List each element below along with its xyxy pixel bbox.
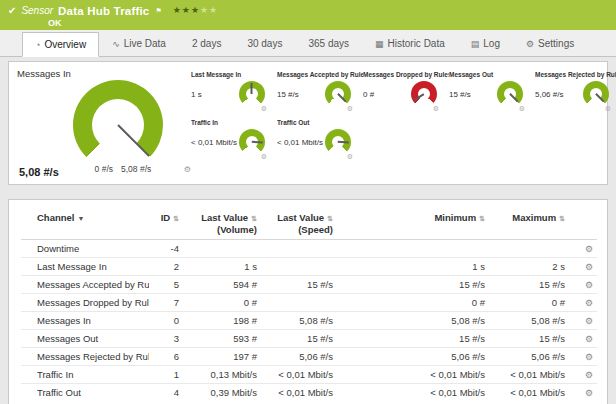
tab-label: 30 days bbox=[247, 38, 282, 49]
priority-stars[interactable]: ★★★★★ bbox=[173, 6, 218, 15]
channel-settings-icon[interactable]: ⚙ bbox=[585, 352, 593, 362]
minimum-cell: 5,06 #/s bbox=[337, 348, 489, 366]
channel-name-cell[interactable]: Last Message In bbox=[21, 258, 149, 276]
tab-30-days[interactable]: 30 days bbox=[234, 31, 295, 56]
gauge-traffic-in[interactable]: Traffic In < 0,01 Mbit/s ⚙ bbox=[191, 116, 277, 162]
channel-settings-icon[interactable]: ⚙ bbox=[585, 388, 593, 398]
channel-settings-icon[interactable]: ⚙ bbox=[585, 262, 593, 272]
tools-column-header bbox=[569, 206, 597, 240]
table-row-messages-rejected-by-rules[interactable]: Messages Rejected by Rules 6 197 # 5,06 … bbox=[21, 348, 597, 366]
gauge-settings-icon[interactable]: ⚙ bbox=[184, 165, 191, 174]
maximum-cell: 5,06 #/s bbox=[489, 348, 569, 366]
table-row-traffic-in[interactable]: Traffic In 1 0,13 Mbit/s < 0,01 Mbit/s <… bbox=[21, 366, 597, 384]
flag-icon[interactable]: ⚑ bbox=[155, 7, 161, 15]
channel-name-cell[interactable]: Messages Accepted by Rules bbox=[21, 276, 149, 294]
channel-name-cell[interactable]: Traffic In bbox=[21, 366, 149, 384]
gauge-traffic-out[interactable]: Traffic Out < 0,01 Mbit/s ⚙ bbox=[277, 116, 363, 162]
table-row-messages-in[interactable]: Messages In 0 198 # 5,08 #/s 5,08 #/s 5,… bbox=[21, 312, 597, 330]
minimum-cell: 15 #/s bbox=[337, 276, 489, 294]
sort-icon: ⇅ bbox=[251, 215, 257, 222]
gauge-messages-rejected-by-rules[interactable]: Messages Rejected by Rules 5,06 #/s ⚙ bbox=[535, 68, 616, 114]
gauge-value: 15 #/s bbox=[277, 90, 299, 99]
column-header-last-value-speed[interactable]: Last Value⇅(Speed) bbox=[261, 206, 337, 240]
channel-settings-icon[interactable]: ⚙ bbox=[585, 334, 593, 344]
channel-name-cell[interactable]: Downtime bbox=[21, 240, 149, 258]
gauge-value: 15 #/s bbox=[449, 90, 471, 99]
maximum-cell: < 0,01 Mbit/s bbox=[489, 366, 569, 384]
maximum-cell: 0 # bbox=[489, 294, 569, 312]
channel-id-cell: 2 bbox=[149, 258, 183, 276]
sensor-type-label: Sensor bbox=[21, 5, 53, 16]
column-header-minimum[interactable]: Minimum⇅ bbox=[337, 206, 489, 240]
gauge-title: Messages Dropped by Rules bbox=[363, 70, 449, 80]
gauge-messages-accepted-by-rules[interactable]: Messages Accepted by Rules 15 #/s ⚙ bbox=[277, 68, 363, 114]
gauge-settings-icon[interactable]: ⚙ bbox=[347, 105, 353, 113]
gauge-settings-icon[interactable]: ⚙ bbox=[433, 105, 439, 113]
column-label: Minimum bbox=[434, 212, 476, 223]
channel-id-cell: 0 bbox=[149, 312, 183, 330]
gauge-needle bbox=[117, 124, 150, 157]
gauge-title: Traffic In bbox=[191, 118, 277, 128]
small-gauges: Last Message In 1 s ⚙ Messages Accepted … bbox=[191, 68, 616, 178]
gauge-title: Last Message In bbox=[191, 70, 277, 80]
tab-2-days[interactable]: 2 days bbox=[179, 31, 234, 56]
column-header-channel[interactable]: Channel▼ bbox=[21, 206, 149, 240]
channel-settings-icon[interactable]: ⚙ bbox=[585, 280, 593, 290]
gauge-title: Messages Out bbox=[449, 70, 535, 80]
channel-settings-icon[interactable]: ⚙ bbox=[585, 316, 593, 326]
minimum-cell: < 0,01 Mbit/s bbox=[337, 366, 489, 384]
tab-365-days[interactable]: 365 days bbox=[295, 31, 362, 56]
tab-icon: ∿ bbox=[112, 39, 120, 49]
main-gauge-min-label: 0 #/s bbox=[61, 164, 113, 174]
gauge-last-message-in[interactable]: Last Message In 1 s ⚙ bbox=[191, 68, 277, 114]
gauge-settings-icon[interactable]: ⚙ bbox=[261, 153, 267, 161]
tab-label: Live Data bbox=[124, 38, 166, 49]
minimum-cell: 0 # bbox=[337, 294, 489, 312]
table-row-downtime[interactable]: Downtime -4 ⚙ bbox=[21, 240, 597, 258]
channel-settings-icon[interactable]: ⚙ bbox=[585, 244, 593, 254]
gauge-settings-icon[interactable]: ⚙ bbox=[519, 105, 525, 113]
gauge-settings-icon[interactable]: ⚙ bbox=[347, 153, 353, 161]
last-value-volume-cell: 0,13 Mbit/s bbox=[183, 366, 261, 384]
last-value-speed-cell bbox=[261, 294, 337, 312]
channel-name-cell[interactable]: Traffic Out bbox=[21, 384, 149, 402]
table-row-traffic-out[interactable]: Traffic Out 4 0,39 Mbit/s < 0,01 Mbit/s … bbox=[21, 384, 597, 402]
column-header-last-value-volume[interactable]: Last Value⇅(Volume) bbox=[183, 206, 261, 240]
sort-icon: ⇅ bbox=[327, 215, 333, 222]
column-header-id[interactable]: ID⇅ bbox=[149, 206, 183, 240]
maximum-cell: 2 s bbox=[489, 258, 569, 276]
gauge-settings-icon[interactable]: ⚙ bbox=[261, 105, 267, 113]
column-header-maximum[interactable]: Maximum⇅ bbox=[489, 206, 569, 240]
tab-live-data[interactable]: ∿ Live Data bbox=[99, 31, 179, 56]
main-gauge[interactable]: Messages In 0 #/s 5,08 #/s ⚙ 5,08 #/s bbox=[17, 68, 191, 178]
sort-icon: ⇅ bbox=[479, 215, 485, 222]
gauge-value: < 0,01 Mbit/s bbox=[277, 138, 323, 147]
table-row-messages-dropped-by-rules[interactable]: Messages Dropped by Rules 7 0 # 0 # 0 # … bbox=[21, 294, 597, 312]
gauge-messages-out[interactable]: Messages Out 15 #/s ⚙ bbox=[449, 68, 535, 114]
gauge-value: 5,06 #/s bbox=[535, 90, 563, 99]
channel-settings-icon[interactable]: ⚙ bbox=[585, 298, 593, 308]
ok-check-icon: ✔ bbox=[8, 5, 16, 16]
gauge-needle bbox=[595, 93, 604, 102]
channel-settings-icon[interactable]: ⚙ bbox=[585, 370, 593, 380]
channel-table: Channel▼ID⇅Last Value⇅(Volume)Last Value… bbox=[21, 206, 597, 401]
channel-name-cell[interactable]: Messages Rejected by Rules bbox=[21, 348, 149, 366]
tab-log[interactable]: ▤ Log bbox=[458, 31, 513, 56]
table-row-messages-out[interactable]: Messages Out 3 593 # 15 #/s 15 #/s 15 #/… bbox=[21, 330, 597, 348]
main-gauge-dial bbox=[73, 80, 163, 170]
tab-overview[interactable]: ◔ Overview bbox=[22, 32, 99, 57]
sort-icon: ⇅ bbox=[559, 215, 565, 222]
gauge-messages-dropped-by-rules[interactable]: Messages Dropped by Rules 0 # ⚙ bbox=[363, 68, 449, 114]
channel-name-cell[interactable]: Messages Out bbox=[21, 330, 149, 348]
tab-historic-data[interactable]: ▦ Historic Data bbox=[362, 31, 458, 56]
sort-icon: ⇅ bbox=[173, 215, 179, 222]
sensor-title: Data Hub Traffic bbox=[58, 5, 149, 17]
tab-settings[interactable]: ⚙ Settings bbox=[513, 31, 587, 56]
channel-name-cell[interactable]: Messages Dropped by Rules bbox=[21, 294, 149, 312]
channel-id-cell: 7 bbox=[149, 294, 183, 312]
table-row-last-message-in[interactable]: Last Message In 2 1 s 1 s 2 s ⚙ bbox=[21, 258, 597, 276]
table-row-messages-accepted-by-rules[interactable]: Messages Accepted by Rules 5 594 # 15 #/… bbox=[21, 276, 597, 294]
channel-name-cell[interactable]: Messages In bbox=[21, 312, 149, 330]
gauge-settings-icon[interactable]: ⚙ bbox=[605, 105, 611, 113]
tab-icon: ◔ bbox=[35, 40, 40, 50]
